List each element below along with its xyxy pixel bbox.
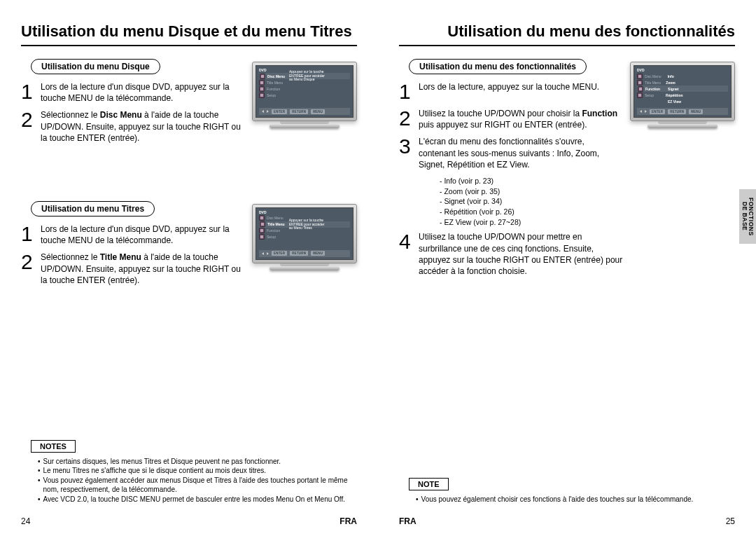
step-number: 2: [21, 252, 41, 273]
menu-icon: [259, 215, 265, 221]
step-text: Lors de la lecture, appuyez sur la touch…: [419, 81, 599, 92]
page-title: Utilisation du menu Disque et du menu Ti…: [21, 22, 357, 46]
arrow-right-icon: [267, 252, 269, 255]
notes-heading: NOTES: [31, 440, 76, 453]
menu-icon: [637, 74, 643, 79]
step-number: 4: [399, 231, 419, 252]
section-heading: Utilisation du menu des fonctionnalités: [409, 59, 587, 74]
menu-icon: [637, 80, 643, 85]
tv-illustration-title: DVD Disc Menu Title Menu Appuyez sur la …: [252, 204, 357, 281]
arrow-right-icon: [645, 110, 647, 113]
side-tab: FONCTIONS DE BASE: [739, 189, 756, 244]
arrow-right-icon: [267, 110, 269, 113]
arrow-left-icon: [640, 110, 642, 113]
section-functions: Utilisation du menu des fonctionnalités …: [399, 56, 735, 277]
section-disc-menu: Utilisation du menu Disque 1 Lors de la …: [21, 56, 357, 144]
language-code: FRA: [399, 516, 416, 526]
step-number: 1: [21, 81, 41, 102]
step-number: 1: [21, 224, 41, 245]
menu-icon: [637, 92, 643, 98]
step-number: 2: [399, 108, 419, 129]
page-left: Utilisation du menu Disque et du menu Ti…: [0, 0, 378, 536]
page-title: Utilisation du menu des fonctionnalités: [399, 22, 735, 46]
menu-icon: [259, 234, 265, 240]
menu-icon: [259, 86, 265, 92]
page-footer: 25 FRA: [399, 516, 735, 526]
page-spread: Utilisation du menu Disque et du menu Ti…: [0, 0, 756, 536]
section-title-menu: Utilisation du menu Titres 1 Lors de la …: [21, 198, 357, 286]
arrow-left-icon: [262, 252, 264, 255]
menu-icon: [259, 80, 265, 85]
step-number: 3: [399, 136, 419, 157]
page-number: 24: [21, 516, 30, 526]
section-heading: Utilisation du menu Disque: [31, 59, 160, 74]
tv-illustration-disc: DVD Disc Menu Appuyez sur la toucheENTRE…: [252, 62, 357, 139]
step: 4 Utilisez la touche UP/DOWN pour mettre…: [399, 231, 735, 277]
note-heading: NOTE: [409, 478, 449, 490]
step-text: Utilisez la touche UP/DOWN pour mettre e…: [419, 231, 623, 277]
step-text: Sélectionnez le Disc Menu à l'aide de la…: [41, 109, 245, 144]
tv-illustration-function: DVD Disc MenuInfo Title MenuZoom Functio…: [630, 62, 735, 139]
notes-list: Sur certains disques, les menus Titres e…: [38, 457, 351, 504]
step: 3 L'écran du menu des fonctionnalités s'…: [399, 136, 735, 170]
step-number: 1: [399, 81, 419, 102]
side-tab-label: FONCTIONS DE BASE: [741, 198, 755, 236]
menu-icon: [259, 228, 265, 233]
menu-icon: [638, 86, 643, 92]
page-footer: 24 FRA: [21, 516, 357, 526]
step-text: L'écran du menu des fonctionnalités s'ou…: [419, 136, 623, 170]
step-text: Lors de la lecture d'un disque DVD, appu…: [41, 81, 245, 104]
step-text: Lors de la lecture d'un disque DVD, appu…: [41, 224, 245, 246]
page-number: 25: [726, 516, 735, 526]
menu-icon: [259, 92, 265, 98]
section-heading: Utilisation du menu Titres: [31, 201, 155, 217]
step-text: Sélectionnez le Title Menu à l'aide de l…: [41, 252, 245, 286]
arrow-left-icon: [262, 110, 264, 113]
language-code: FRA: [340, 516, 357, 526]
step-text: Utilisez la touche UP/DOWN pour choisir …: [419, 108, 623, 130]
menu-icon: [260, 221, 265, 227]
page-right: Utilisation du menu des fonctionnalités …: [378, 0, 756, 536]
menu-icon: [260, 74, 265, 79]
notes-list: Vous pouvez également choisir ces foncti…: [416, 495, 729, 504]
sub-list: - Info (voir p. 23) - Zoom (voir p. 35) …: [440, 176, 735, 227]
step-number: 2: [21, 109, 41, 130]
